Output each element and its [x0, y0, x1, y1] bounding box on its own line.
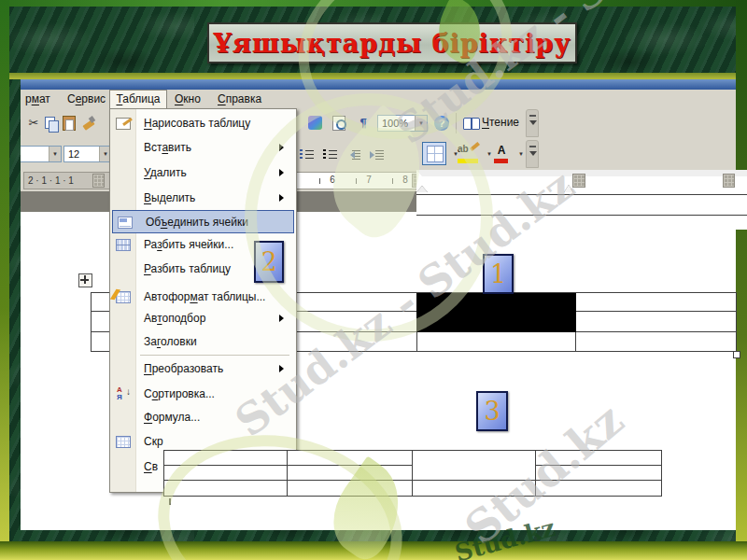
frame-gold-line: [7, 73, 740, 79]
toolbar-options-button[interactable]: [526, 140, 539, 168]
ruler-number: 7: [362, 175, 375, 185]
table-cell[interactable]: [288, 481, 413, 496]
decrease-indent-icon[interactable]: [346, 148, 360, 160]
frame-left-edge: [0, 0, 9, 560]
menu-separator: [140, 355, 289, 356]
submenu-arrow-icon: [279, 169, 288, 176]
help-icon[interactable]: ?: [434, 116, 449, 131]
ruler-number: 8: [399, 175, 412, 185]
reading-mode-book-icon: [463, 118, 480, 130]
merge-cells-icon: [118, 217, 133, 229]
copy-icon[interactable]: [45, 117, 55, 129]
format-painter-icon[interactable]: [82, 116, 95, 129]
frame-right-edge: [736, 0, 747, 560]
word-titlebar: [21, 79, 736, 90]
text-cursor-mark: [169, 498, 171, 505]
table-resize-handle[interactable]: [733, 351, 740, 358]
print-preview-icon[interactable]: [332, 116, 345, 131]
zoom-combobox[interactable]: 100% ▼: [377, 115, 428, 132]
menubar-item-format[interactable]: рмат: [21, 90, 54, 108]
ruler-table-column-marker[interactable]: [572, 174, 585, 188]
menu-item-headings[interactable]: Заголовки: [111, 330, 295, 354]
slide: Ұяшықтарды біріктіру рмат Сервис Таблица…: [0, 0, 747, 560]
menubar-item-window[interactable]: Окно: [171, 90, 204, 108]
bullet-list-icon[interactable]: [323, 148, 337, 160]
table-cell[interactable]: [164, 451, 288, 466]
table-cell[interactable]: [164, 466, 288, 481]
highlight-button[interactable]: ab: [458, 144, 480, 164]
submenu-arrow-icon: [279, 365, 288, 372]
table-cell[interactable]: [413, 481, 536, 496]
frame-top-edge: [0, 0, 747, 7]
font-size-value: 12: [68, 148, 79, 160]
table-cell[interactable]: [536, 466, 661, 481]
table-cell[interactable]: [164, 481, 288, 496]
selected-cells-black[interactable]: [416, 293, 576, 332]
ruler-table-column-marker[interactable]: [92, 174, 105, 188]
menu-item-table-autoformat[interactable]: Автоформат таблицы...: [111, 286, 295, 309]
document-table-3[interactable]: [163, 450, 662, 497]
numbered-list-icon[interactable]: [300, 148, 314, 160]
table-autoformat-icon: [116, 291, 131, 303]
font-name-dropdown-arrow-icon[interactable]: ▼: [49, 147, 61, 161]
table-grid-icon: [116, 436, 131, 448]
menu-item-sort[interactable]: АЯ↓ Сортировка...: [111, 383, 295, 406]
word-menubar: рмат Сервис Таблица Окно Справка: [21, 90, 736, 109]
toolbar-separator: [456, 113, 457, 133]
submenu-arrow-icon: [279, 194, 288, 202]
menu-item-draw-table[interactable]: Нарисовать таблицу: [111, 112, 295, 135]
table-cell[interactable]: [536, 481, 661, 496]
font-name-combobox[interactable]: n ▼: [21, 146, 62, 162]
font-color-button[interactable]: A: [493, 144, 510, 164]
menu-item-autofit[interactable]: Автоподбор: [111, 307, 295, 330]
reading-mode-button[interactable]: Чтение: [482, 116, 519, 129]
page-title: Ұяшықтарды біріктіру: [213, 29, 571, 58]
sort-icon: АЯ↓: [117, 386, 134, 402]
table-cell[interactable]: [288, 466, 413, 481]
menubar-item-service[interactable]: Сервис: [63, 90, 109, 108]
increase-indent-icon[interactable]: [370, 148, 384, 160]
font-size-combobox[interactable]: 12 ▼: [63, 146, 112, 162]
menu-item-insert[interactable]: Вставить: [111, 136, 295, 160]
table-cell[interactable]: [288, 451, 413, 466]
table-move-handle[interactable]: [78, 273, 92, 287]
borders-button[interactable]: [422, 142, 446, 165]
menu-item-delete[interactable]: Удалить: [111, 161, 295, 185]
menubar-item-help[interactable]: Справка: [214, 90, 265, 108]
ruler-number: 6: [326, 175, 339, 185]
indent-markers[interactable]: [416, 170, 429, 194]
paste-icon[interactable]: [63, 116, 76, 131]
menu-item-convert[interactable]: Преобразовать: [111, 357, 295, 381]
insert-object-icon[interactable]: [308, 116, 322, 130]
merged-cell[interactable]: [413, 451, 536, 481]
step-label-3: 3: [476, 391, 508, 431]
cut-icon[interactable]: ✂: [25, 115, 42, 132]
draw-table-icon: [116, 118, 131, 130]
table-cell[interactable]: [536, 451, 661, 466]
slide-title-banner: Ұяшықтарды біріктіру: [207, 22, 577, 63]
submenu-arrow-icon: [279, 315, 288, 322]
split-cells-icon: [116, 239, 131, 251]
step-label-1: 1: [483, 254, 514, 294]
frame-bottom-edge: [0, 541, 747, 560]
show-paragraph-marks-icon[interactable]: ¶: [355, 115, 372, 132]
ruler-table-column-marker[interactable]: [723, 174, 735, 188]
zoom-dropdown-arrow-icon[interactable]: ▼: [415, 116, 427, 131]
step-label-2: 2: [254, 241, 284, 283]
menu-item-formula[interactable]: Формула...: [111, 406, 295, 429]
menu-item-merge-cells[interactable]: Объединить ячейки: [112, 210, 294, 233]
table-menu-dropdown: Нарисовать таблицу Вставить Удалить Выде…: [109, 108, 297, 493]
menu-item-select[interactable]: Выделить: [111, 187, 295, 210]
menubar-item-table-open[interactable]: Таблица: [109, 90, 167, 109]
zoom-value: 100%: [382, 118, 408, 129]
toolbar-options-button[interactable]: [526, 109, 539, 137]
submenu-arrow-icon: [279, 144, 288, 151]
